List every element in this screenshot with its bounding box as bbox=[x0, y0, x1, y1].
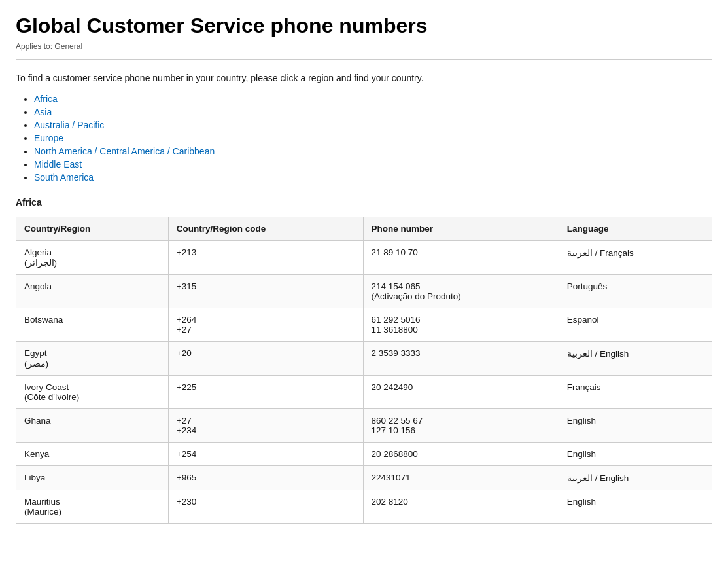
table-cell-country: Ivory Coast(Côte d'Ivoire) bbox=[16, 376, 169, 409]
region-link[interactable]: Middle East bbox=[34, 159, 82, 170]
table-row: Libya+96522431071العربية / English bbox=[16, 466, 712, 490]
table-header-cell: Country/Region bbox=[16, 217, 169, 241]
table-cell-code: +20 bbox=[168, 342, 363, 376]
region-list-item: North America / Central America / Caribb… bbox=[34, 146, 712, 156]
table-cell-language: English bbox=[559, 490, 712, 524]
region-list-item: Asia bbox=[34, 107, 712, 117]
table-cell-code: +254 bbox=[168, 443, 363, 466]
table-cell-country: Angola bbox=[16, 275, 169, 308]
table-body: Algeria(الجزائر)+21321 89 10 70العربية /… bbox=[16, 241, 712, 524]
table-cell-language: Français bbox=[559, 376, 712, 409]
region-link[interactable]: Asia bbox=[34, 107, 52, 117]
table-cell-country: Ghana bbox=[16, 409, 169, 443]
table-row: Ghana+27+234860 22 55 67127 10 156Englis… bbox=[16, 409, 712, 443]
region-list-item: South America bbox=[34, 172, 712, 183]
table-cell-language: Português bbox=[559, 275, 712, 308]
table-cell-phone: 202 8120 bbox=[363, 490, 559, 524]
table-cell-country: Algeria(الجزائر) bbox=[16, 241, 169, 275]
table-row: Algeria(الجزائر)+21321 89 10 70العربية /… bbox=[16, 241, 712, 275]
table-header-cell: Country/Region code bbox=[168, 217, 363, 241]
region-list: AfricaAsiaAustralia / PacificEuropeNorth… bbox=[16, 94, 712, 183]
header-divider bbox=[16, 59, 712, 60]
region-list-item: Middle East bbox=[34, 159, 712, 170]
region-link[interactable]: Africa bbox=[34, 94, 58, 104]
table-row: Ivory Coast(Côte d'Ivoire)+22520 242490F… bbox=[16, 376, 712, 409]
page-title: Global Customer Service phone numbers bbox=[16, 13, 712, 38]
table-cell-phone: 21 89 10 70 bbox=[363, 241, 559, 275]
table-header-cell: Phone number bbox=[363, 217, 559, 241]
table-cell-phone: 22431071 bbox=[363, 466, 559, 490]
table-cell-country: Egypt(مصر) bbox=[16, 342, 169, 376]
region-list-item: Australia / Pacific bbox=[34, 120, 712, 130]
table-cell-phone: 860 22 55 67127 10 156 bbox=[363, 409, 559, 443]
table-cell-code: +225 bbox=[168, 376, 363, 409]
table-cell-country: Mauritius(Maurice) bbox=[16, 490, 169, 524]
table-cell-phone: 61 292 501611 3618800 bbox=[363, 308, 559, 342]
africa-heading: Africa bbox=[16, 197, 712, 208]
table-cell-language: العربية / English bbox=[559, 466, 712, 490]
table-cell-code: +264+27 bbox=[168, 308, 363, 342]
table-cell-country: Kenya bbox=[16, 443, 169, 466]
table-cell-country: Libya bbox=[16, 466, 169, 490]
table-cell-country: Botswana bbox=[16, 308, 169, 342]
region-link[interactable]: Europe bbox=[34, 133, 63, 143]
region-link[interactable]: North America / Central America / Caribb… bbox=[34, 146, 215, 156]
table-row: Angola+315214 154 065(Activação do Produ… bbox=[16, 275, 712, 308]
intro-text: To find a customer service phone number … bbox=[16, 73, 712, 83]
table-cell-phone: 2 3539 3333 bbox=[363, 342, 559, 376]
table-cell-code: +315 bbox=[168, 275, 363, 308]
region-link[interactable]: Australia / Pacific bbox=[34, 120, 104, 130]
table-cell-language: English bbox=[559, 409, 712, 443]
table-row: Botswana+264+2761 292 501611 3618800Espa… bbox=[16, 308, 712, 342]
africa-table: Country/RegionCountry/Region codePhone n… bbox=[16, 217, 712, 524]
table-cell-code: +213 bbox=[168, 241, 363, 275]
table-cell-language: العربية / English bbox=[559, 342, 712, 376]
table-cell-code: +27+234 bbox=[168, 409, 363, 443]
table-header-cell: Language bbox=[559, 217, 712, 241]
table-row: Mauritius(Maurice)+230202 8120English bbox=[16, 490, 712, 524]
region-link[interactable]: South America bbox=[34, 172, 94, 183]
table-cell-language: Español bbox=[559, 308, 712, 342]
table-header-row: Country/RegionCountry/Region codePhone n… bbox=[16, 217, 712, 241]
table-cell-phone: 20 2868800 bbox=[363, 443, 559, 466]
applies-to-label: Applies to: General bbox=[16, 42, 712, 51]
table-cell-code: +230 bbox=[168, 490, 363, 524]
table-row: Egypt(مصر)+202 3539 3333العربية / Englis… bbox=[16, 342, 712, 376]
region-list-item: Europe bbox=[34, 133, 712, 143]
table-row: Kenya+25420 2868800English bbox=[16, 443, 712, 466]
table-cell-language: العربية / Français bbox=[559, 241, 712, 275]
table-cell-code: +965 bbox=[168, 466, 363, 490]
region-list-item: Africa bbox=[34, 94, 712, 104]
table-cell-language: English bbox=[559, 443, 712, 466]
table-cell-phone: 20 242490 bbox=[363, 376, 559, 409]
table-cell-phone: 214 154 065(Activação do Produto) bbox=[363, 275, 559, 308]
